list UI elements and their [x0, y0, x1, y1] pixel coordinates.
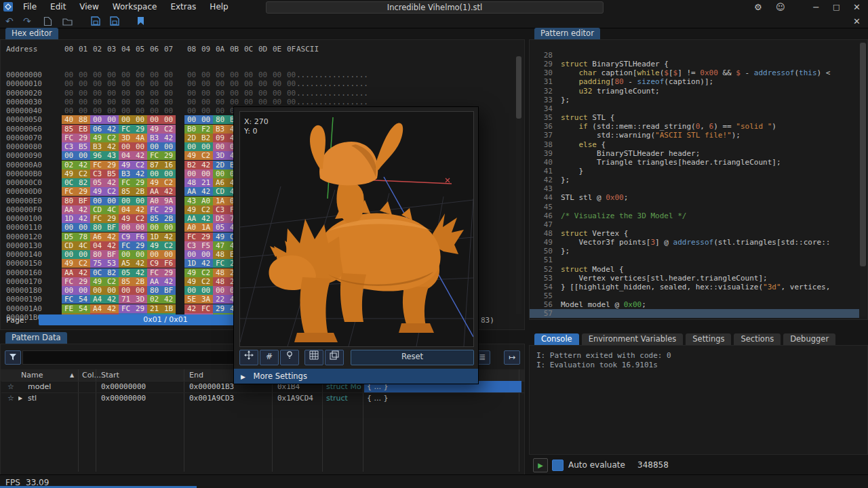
menu-file[interactable]: File	[16, 0, 43, 14]
hex-byte[interactable]: 42	[161, 187, 176, 196]
hex-byte[interactable]: FC	[119, 241, 133, 250]
hex-byte[interactable]: 29	[161, 205, 176, 214]
hex-byte[interactable]: 00	[62, 70, 76, 79]
favorite-star-icon[interactable]: ☆	[7, 381, 14, 392]
redo-icon[interactable]: ↷	[23, 14, 31, 28]
hex-byte[interactable]: F6	[133, 232, 147, 241]
hex-byte[interactable]: 00	[119, 250, 133, 259]
hex-byte[interactable]: 4C	[104, 205, 119, 214]
hex-byte[interactable]: 00	[199, 89, 213, 98]
hex-byte[interactable]: 49	[184, 268, 199, 277]
hex-byte[interactable]: AA	[184, 187, 199, 196]
hex-byte[interactable]: C9	[147, 259, 161, 268]
hex-byte[interactable]: 49	[62, 259, 76, 268]
hex-byte[interactable]: C2	[104, 134, 119, 142]
hex-byte[interactable]: 1D	[62, 214, 76, 223]
hex-byte[interactable]: 80	[90, 250, 104, 259]
hex-byte[interactable]: 00	[62, 250, 76, 259]
hex-byte[interactable]: 00	[161, 250, 176, 259]
hex-byte[interactable]: BF	[104, 250, 119, 259]
undo-icon[interactable]: ↶	[5, 14, 14, 28]
hex-byte[interactable]: 09	[213, 134, 227, 142]
hex-byte[interactable]: 00	[147, 169, 161, 178]
menu-view[interactable]: View	[73, 0, 105, 14]
hex-byte[interactable]: 00	[119, 142, 133, 151]
hex-byte[interactable]: C2	[161, 125, 176, 134]
hex-byte[interactable]: 00	[161, 223, 176, 232]
hex-byte[interactable]: FC	[119, 125, 133, 134]
hex-byte[interactable]: FC	[90, 161, 104, 169]
code-line-42[interactable]: 42};	[530, 176, 859, 184]
hex-byte[interactable]: FC	[213, 259, 227, 268]
hex-byte[interactable]: 00	[119, 106, 133, 115]
hex-byte[interactable]: 29	[104, 161, 119, 169]
hex-byte[interactable]: 00	[133, 106, 147, 115]
hex-byte[interactable]: 00	[270, 89, 284, 98]
code-line-30[interactable]: 30 char caption[while($[$] != 0x00 && $ …	[530, 68, 859, 77]
hex-byte[interactable]: 80	[147, 286, 161, 295]
hex-byte[interactable]: 00	[184, 79, 199, 88]
hex-byte[interactable]: C2	[133, 214, 147, 223]
code-line-29[interactable]: 29struct BinarySTLHeader {	[530, 60, 859, 68]
hex-byte[interactable]: 00	[213, 79, 227, 88]
hex-byte[interactable]: 88	[76, 115, 90, 124]
hex-byte[interactable]: 00	[147, 79, 161, 88]
hex-byte[interactable]: 00	[199, 250, 213, 259]
code-line-37[interactable]: 37 std::warning("ASCII STL file!");	[530, 131, 859, 140]
hex-byte[interactable]: FC	[184, 232, 199, 241]
hex-byte[interactable]: 49	[90, 134, 104, 142]
hex-byte[interactable]: 48	[213, 277, 227, 286]
window-title[interactable]: Incredible Vihelmo(1).stl	[266, 1, 604, 14]
hex-byte[interactable]: BF	[76, 197, 90, 205]
hex-byte[interactable]: 43	[104, 151, 119, 160]
hex-byte[interactable]: FC	[62, 187, 76, 196]
hex-byte[interactable]: 3D	[213, 151, 227, 160]
console-tab-debugger[interactable]: Debugger	[783, 333, 835, 345]
hex-byte[interactable]: 82	[76, 178, 90, 187]
hex-byte[interactable]: 49	[184, 205, 199, 214]
hex-byte[interactable]: 87	[147, 161, 161, 169]
code-line-44[interactable]: 44STL stl @ 0x00;	[530, 193, 859, 202]
hex-byte[interactable]: FC	[147, 151, 161, 160]
hex-byte[interactable]: 00	[161, 169, 176, 178]
hex-byte[interactable]: 00	[62, 89, 76, 98]
column-separator[interactable]	[96, 369, 96, 472]
hex-byte[interactable]: 00	[241, 70, 256, 79]
hex-byte[interactable]: B0	[184, 125, 199, 134]
hex-byte[interactable]: B3	[90, 142, 104, 151]
hex-byte[interactable]: 42	[76, 161, 90, 169]
hex-byte[interactable]: AA	[147, 187, 161, 196]
hex-byte[interactable]: 00	[161, 142, 176, 151]
code-line-35[interactable]: 35struct STL {	[530, 113, 859, 122]
hex-byte[interactable]: 49	[184, 277, 199, 286]
pattern-name[interactable]: stl	[28, 392, 37, 404]
texture-toggle-button[interactable]	[325, 350, 344, 365]
light-toggle-button[interactable]	[280, 350, 299, 365]
hex-byte[interactable]: 00	[119, 98, 133, 106]
code-line-31[interactable]: 31 padding[80 - sizeof(caption)];	[530, 77, 859, 86]
hex-byte[interactable]: B5	[104, 169, 119, 178]
code-line-41[interactable]: 41 }	[530, 167, 859, 176]
hex-byte[interactable]: 00	[76, 286, 90, 295]
hex-byte[interactable]: 04	[119, 205, 133, 214]
open-folder-icon[interactable]	[62, 17, 73, 26]
hex-byte[interactable]: 00	[147, 142, 161, 151]
hex-byte[interactable]: F2	[199, 125, 213, 134]
hex-byte[interactable]: 00	[184, 70, 199, 79]
hex-byte[interactable]: 42	[184, 304, 199, 313]
code-line-46[interactable]: 46/* Visualize the 3D Model */	[530, 211, 859, 220]
hex-byte[interactable]: 00	[184, 286, 199, 295]
hex-byte[interactable]: AA	[62, 268, 76, 277]
menu-extras[interactable]: Extras	[163, 0, 203, 14]
hex-byte[interactable]: 06	[90, 125, 104, 134]
hex-byte[interactable]: 00	[76, 223, 90, 232]
hex-byte[interactable]: 42	[133, 259, 147, 268]
hex-byte[interactable]: 00	[161, 115, 176, 124]
hex-byte[interactable]: 00	[147, 250, 161, 259]
code-line-51[interactable]: 51	[530, 256, 859, 264]
code-line-40[interactable]: 40 Triangle triangles[header.triangleCou…	[530, 158, 859, 167]
code-line-34[interactable]: 34	[530, 104, 859, 113]
hex-byte[interactable]: 00	[90, 70, 104, 79]
pattern-col-header[interactable]: Start	[101, 369, 119, 381]
hex-byte[interactable]: C2	[76, 259, 90, 268]
